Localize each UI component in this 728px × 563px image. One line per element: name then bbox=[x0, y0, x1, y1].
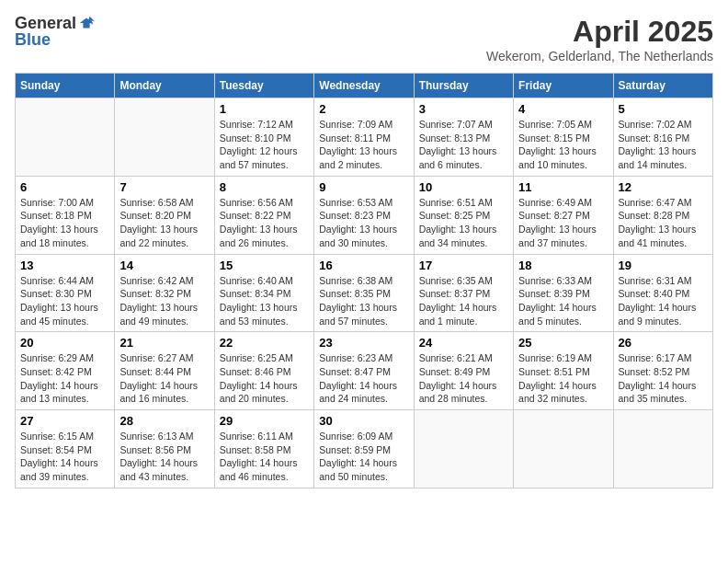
calendar-day-cell: 5 Sunrise: 7:02 AMSunset: 8:16 PMDayligh… bbox=[613, 98, 712, 177]
day-info: Sunrise: 6:33 AMSunset: 8:39 PMDaylight:… bbox=[518, 274, 608, 328]
day-info: Sunrise: 6:09 AMSunset: 8:59 PMDaylight:… bbox=[319, 430, 408, 484]
logo-bird-icon bbox=[78, 15, 95, 31]
weekday-header: Wednesday bbox=[314, 74, 414, 98]
day-info: Sunrise: 6:23 AMSunset: 8:47 PMDaylight:… bbox=[319, 351, 408, 406]
day-number: 19 bbox=[619, 259, 708, 272]
calendar-day-cell: 23 Sunrise: 6:23 AMSunset: 8:47 PMDaylig… bbox=[314, 332, 414, 410]
day-number: 9 bbox=[319, 180, 408, 194]
day-info: Sunrise: 6:51 AMSunset: 8:25 PMDaylight:… bbox=[419, 196, 508, 250]
day-info: Sunrise: 7:00 AMSunset: 8:18 PMDaylight:… bbox=[20, 196, 109, 250]
day-info: Sunrise: 7:07 AMSunset: 8:13 PMDaylight:… bbox=[419, 118, 508, 172]
day-info: Sunrise: 6:31 AMSunset: 8:40 PMDaylight:… bbox=[619, 274, 708, 328]
calendar-day-cell: 7 Sunrise: 6:58 AMSunset: 8:20 PMDayligh… bbox=[115, 176, 214, 254]
day-number: 28 bbox=[119, 414, 209, 428]
day-number: 16 bbox=[319, 259, 408, 272]
logo-general: General bbox=[15, 15, 76, 31]
title-block: April 2025 Wekerom, Gelderland, The Neth… bbox=[486, 15, 713, 63]
day-number: 8 bbox=[220, 180, 309, 194]
day-number: 22 bbox=[220, 336, 309, 350]
day-info: Sunrise: 7:02 AMSunset: 8:16 PMDaylight:… bbox=[619, 118, 708, 172]
day-number: 11 bbox=[518, 180, 608, 194]
day-number: 14 bbox=[119, 259, 209, 272]
calendar-header-row: SundayMondayTuesdayWednesdayThursdayFrid… bbox=[16, 74, 713, 98]
day-info: Sunrise: 6:58 AMSunset: 8:20 PMDaylight:… bbox=[119, 196, 209, 250]
calendar-day-cell: 12 Sunrise: 6:47 AMSunset: 8:28 PMDaylig… bbox=[613, 176, 712, 254]
day-info: Sunrise: 7:05 AMSunset: 8:15 PMDaylight:… bbox=[518, 118, 608, 172]
calendar-day-cell: 17 Sunrise: 6:35 AMSunset: 8:37 PMDaylig… bbox=[414, 254, 513, 332]
day-number: 24 bbox=[419, 336, 508, 350]
day-number: 1 bbox=[220, 102, 309, 116]
calendar-day-cell: 30 Sunrise: 6:09 AMSunset: 8:59 PMDaylig… bbox=[314, 410, 414, 488]
calendar-day-cell: 19 Sunrise: 6:31 AMSunset: 8:40 PMDaylig… bbox=[613, 254, 712, 332]
calendar-day-cell: 16 Sunrise: 6:38 AMSunset: 8:35 PMDaylig… bbox=[314, 254, 414, 332]
logo: General Blue bbox=[15, 15, 95, 48]
calendar-day-cell: 15 Sunrise: 6:40 AMSunset: 8:34 PMDaylig… bbox=[214, 254, 313, 332]
calendar-week-row: 20 Sunrise: 6:29 AMSunset: 8:42 PMDaylig… bbox=[16, 332, 713, 410]
day-number: 10 bbox=[419, 180, 508, 194]
logo-blue: Blue bbox=[15, 31, 95, 48]
calendar-day-cell: 28 Sunrise: 6:13 AMSunset: 8:56 PMDaylig… bbox=[115, 410, 214, 488]
calendar-day-cell bbox=[613, 410, 712, 488]
day-number: 13 bbox=[20, 259, 109, 272]
day-info: Sunrise: 6:19 AMSunset: 8:51 PMDaylight:… bbox=[518, 351, 608, 406]
day-info: Sunrise: 6:35 AMSunset: 8:37 PMDaylight:… bbox=[419, 274, 508, 328]
calendar-day-cell: 26 Sunrise: 6:17 AMSunset: 8:52 PMDaylig… bbox=[613, 332, 712, 410]
day-number: 29 bbox=[220, 414, 309, 428]
calendar-day-cell: 4 Sunrise: 7:05 AMSunset: 8:15 PMDayligh… bbox=[514, 98, 613, 177]
day-info: Sunrise: 6:47 AMSunset: 8:28 PMDaylight:… bbox=[619, 196, 708, 250]
day-info: Sunrise: 6:38 AMSunset: 8:35 PMDaylight:… bbox=[319, 274, 408, 328]
day-number: 4 bbox=[518, 102, 608, 116]
calendar-day-cell bbox=[414, 410, 513, 488]
calendar-table: SundayMondayTuesdayWednesdayThursdayFrid… bbox=[15, 73, 713, 488]
calendar-day-cell bbox=[514, 410, 613, 488]
calendar-day-cell: 2 Sunrise: 7:09 AMSunset: 8:11 PMDayligh… bbox=[314, 98, 414, 177]
calendar-day-cell: 20 Sunrise: 6:29 AMSunset: 8:42 PMDaylig… bbox=[16, 332, 115, 410]
day-info: Sunrise: 6:21 AMSunset: 8:49 PMDaylight:… bbox=[419, 351, 508, 406]
calendar-day-cell: 29 Sunrise: 6:11 AMSunset: 8:58 PMDaylig… bbox=[214, 410, 313, 488]
day-number: 18 bbox=[518, 259, 608, 272]
day-number: 25 bbox=[518, 336, 608, 350]
day-info: Sunrise: 6:17 AMSunset: 8:52 PMDaylight:… bbox=[619, 351, 708, 406]
day-number: 27 bbox=[20, 414, 109, 428]
calendar-day-cell: 22 Sunrise: 6:25 AMSunset: 8:46 PMDaylig… bbox=[214, 332, 313, 410]
day-info: Sunrise: 6:42 AMSunset: 8:32 PMDaylight:… bbox=[119, 274, 209, 328]
calendar-day-cell: 1 Sunrise: 7:12 AMSunset: 8:10 PMDayligh… bbox=[214, 98, 313, 177]
day-number: 21 bbox=[119, 336, 209, 350]
calendar-day-cell: 11 Sunrise: 6:49 AMSunset: 8:27 PMDaylig… bbox=[514, 176, 613, 254]
calendar-day-cell: 14 Sunrise: 6:42 AMSunset: 8:32 PMDaylig… bbox=[115, 254, 214, 332]
calendar-week-row: 13 Sunrise: 6:44 AMSunset: 8:30 PMDaylig… bbox=[16, 254, 713, 332]
day-number: 3 bbox=[419, 102, 508, 116]
day-number: 15 bbox=[220, 259, 309, 272]
day-info: Sunrise: 6:25 AMSunset: 8:46 PMDaylight:… bbox=[220, 351, 309, 406]
calendar-week-row: 27 Sunrise: 6:15 AMSunset: 8:54 PMDaylig… bbox=[16, 410, 713, 488]
day-info: Sunrise: 6:44 AMSunset: 8:30 PMDaylight:… bbox=[20, 274, 109, 328]
day-number: 26 bbox=[619, 336, 708, 350]
calendar-day-cell: 10 Sunrise: 6:51 AMSunset: 8:25 PMDaylig… bbox=[414, 176, 513, 254]
calendar-day-cell: 27 Sunrise: 6:15 AMSunset: 8:54 PMDaylig… bbox=[16, 410, 115, 488]
calendar-day-cell: 18 Sunrise: 6:33 AMSunset: 8:39 PMDaylig… bbox=[514, 254, 613, 332]
day-info: Sunrise: 6:15 AMSunset: 8:54 PMDaylight:… bbox=[20, 430, 109, 484]
day-info: Sunrise: 6:27 AMSunset: 8:44 PMDaylight:… bbox=[119, 351, 209, 406]
weekday-header: Sunday bbox=[16, 74, 115, 98]
subtitle: Wekerom, Gelderland, The Netherlands bbox=[486, 49, 713, 63]
day-info: Sunrise: 7:12 AMSunset: 8:10 PMDaylight:… bbox=[220, 118, 309, 172]
day-info: Sunrise: 6:29 AMSunset: 8:42 PMDaylight:… bbox=[20, 351, 109, 406]
page-header: General Blue April 2025 Wekerom, Gelderl… bbox=[15, 15, 713, 63]
weekday-header: Saturday bbox=[613, 74, 712, 98]
weekday-header: Tuesday bbox=[214, 74, 313, 98]
main-title: April 2025 bbox=[486, 15, 713, 49]
calendar-week-row: 1 Sunrise: 7:12 AMSunset: 8:10 PMDayligh… bbox=[16, 98, 713, 177]
weekday-header: Monday bbox=[115, 74, 214, 98]
calendar-day-cell: 13 Sunrise: 6:44 AMSunset: 8:30 PMDaylig… bbox=[16, 254, 115, 332]
calendar-day-cell: 9 Sunrise: 6:53 AMSunset: 8:23 PMDayligh… bbox=[314, 176, 414, 254]
day-info: Sunrise: 6:56 AMSunset: 8:22 PMDaylight:… bbox=[220, 196, 309, 250]
weekday-header: Friday bbox=[514, 74, 613, 98]
day-info: Sunrise: 6:13 AMSunset: 8:56 PMDaylight:… bbox=[119, 430, 209, 484]
calendar-day-cell: 6 Sunrise: 7:00 AMSunset: 8:18 PMDayligh… bbox=[16, 176, 115, 254]
day-number: 20 bbox=[20, 336, 109, 350]
calendar-day-cell bbox=[16, 98, 115, 177]
day-number: 2 bbox=[319, 102, 408, 116]
day-info: Sunrise: 6:11 AMSunset: 8:58 PMDaylight:… bbox=[220, 430, 309, 484]
day-number: 12 bbox=[619, 180, 708, 194]
day-info: Sunrise: 6:40 AMSunset: 8:34 PMDaylight:… bbox=[220, 274, 309, 328]
